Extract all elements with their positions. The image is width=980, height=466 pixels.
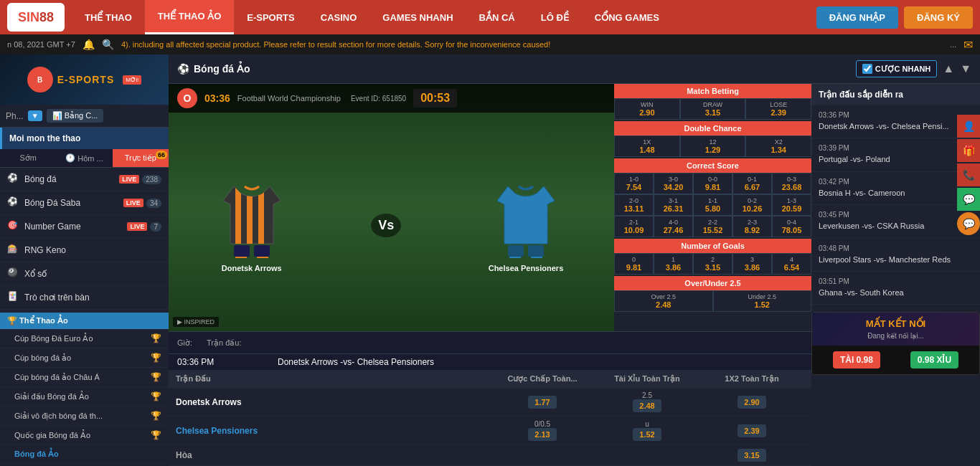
nav-ban-ca[interactable]: BẮN CÁ [466, 0, 528, 34]
cs-3-0[interactable]: 3-034.20 [654, 173, 693, 194]
nav-casino[interactable]: CASINO [308, 0, 370, 34]
svg-rect-9 [509, 257, 521, 258]
cs-1-1[interactable]: 1-15.80 [693, 194, 732, 216]
cs-2-3[interactable]: 2-38.92 [732, 216, 772, 237]
down-arrow-icon[interactable]: ▼ [960, 62, 971, 75]
cs-0-0[interactable]: 0-09.81 [693, 173, 732, 194]
cs-2-2[interactable]: 2-215.52 [693, 216, 732, 237]
upcoming-match-1[interactable]: 03:39 PM Portugal -vs- Poland [811, 138, 980, 171]
sub-cup-ao[interactable]: Cúp bóng đá ảo 🏆 [0, 348, 169, 368]
upcoming-match-4[interactable]: 03:48 PM Liverpool Stars -vs- Manchester… [811, 239, 980, 272]
tai-button[interactable]: TÀI 0.98 [833, 351, 880, 368]
sub-bong-da-ao[interactable]: Bóng đá Ảo [0, 445, 169, 464]
support-icon: 💬 [963, 218, 975, 229]
sport-item-rng-keno[interactable]: 🎰 RNG Keno [0, 239, 169, 262]
upcoming-match-0[interactable]: 03:36 PM Donetsk Arrows -vs- Chelsea Pen… [811, 105, 980, 138]
support-icon-btn[interactable]: 💬 [957, 212, 980, 235]
away-handicap-btn[interactable]: 2.13 [528, 428, 557, 441]
envelope-icon[interactable]: ✉ [963, 38, 973, 52]
sport-item-saba[interactable]: ⚽ Bóng Đá Saba LIVE 34 [0, 191, 169, 215]
sport-item-tro-choi[interactable]: 🃏 Trò chơi trên bàn [0, 286, 169, 310]
cs-0-2[interactable]: 0-210.26 [732, 194, 772, 216]
xiu-button[interactable]: 0.98 XỈU [910, 351, 958, 368]
right-icon-bar: 👤 🎁 📞 💬 💬 [957, 115, 980, 237]
sport-item-bong-da[interactable]: ⚽ Bóng đá LIVE 238 [0, 168, 169, 191]
correct-score-title: Correct Score [614, 158, 811, 173]
clock-icon: 🕐 [65, 153, 75, 163]
table-game-icon: 🃏 [7, 291, 20, 304]
gift-icon-btn[interactable]: 🎁 [957, 139, 980, 162]
nav-esports[interactable]: E-SPORTS [234, 0, 307, 34]
sport-item-xo-so[interactable]: 🎱 Xổ số [0, 262, 169, 286]
sub-giai-vo-dich[interactable]: Giải vô địch bóng đá th... 🏆 [0, 406, 169, 426]
goal-1[interactable]: 13.86 [654, 253, 693, 275]
sub-cup-chau-a[interactable]: Cúp bóng đá ảo Châu Á 🏆 [0, 368, 169, 387]
cs-2-0[interactable]: 2-013.11 [614, 194, 654, 216]
home-handicap-btn[interactable]: 1.77 [528, 396, 557, 409]
upcoming-match-5[interactable]: 03:51 PM Ghana -vs- South Korea [811, 272, 980, 305]
tab-truc-tiep[interactable]: Trực tiếp 66 [113, 149, 169, 167]
register-button[interactable]: ĐĂNG KÝ [904, 6, 973, 29]
ticker-text: 4). including all affected special produ… [121, 40, 943, 49]
cs-3-1[interactable]: 3-126.31 [654, 194, 693, 216]
filter-row: Ph... ▼ 📊 Bảng C... [0, 105, 169, 128]
cs-0-3[interactable]: 0-323.68 [772, 173, 811, 194]
search-icon[interactable]: 🔍 [102, 39, 114, 50]
upcoming-match-3[interactable]: 03:45 PM Leverkusen -vs- CSKA Russia [811, 205, 980, 238]
away-1x2-btn[interactable]: 2.39 [738, 424, 766, 437]
nav-cong-games[interactable]: CỔNG GAMES [582, 0, 672, 34]
over-cell[interactable]: Over 2.5 2.48 [614, 290, 713, 312]
ticker-bar: n 08, 2021 GMT +7 🔔 🔍 4). including all … [0, 34, 980, 54]
goal-0[interactable]: 09.81 [614, 253, 654, 275]
tab-som[interactable]: Sớm [0, 149, 56, 167]
cs-4-0[interactable]: 4-027.46 [654, 216, 693, 237]
svg-rect-8 [528, 245, 544, 257]
nav-the-thao-ao[interactable]: THỂ THAO ẢO [145, 0, 235, 34]
win-cell[interactable]: WIN 2.90 [614, 98, 680, 120]
goal-3[interactable]: 33.86 [732, 253, 772, 275]
cs-0-4[interactable]: 0-478.05 [772, 216, 811, 237]
lose-cell[interactable]: LOSE 2.39 [745, 98, 811, 120]
up-arrow-icon[interactable]: ▲ [943, 62, 954, 75]
draw-cell[interactable]: DRAW 3.15 [680, 98, 746, 120]
sub-giai-dau[interactable]: Giải đấu Bóng đá Ảo 🏆 [0, 387, 169, 406]
double-chance-row: 1X 1.48 12 1.29 X2 1.34 [614, 135, 811, 157]
phone-icon-btn[interactable]: 📞 [957, 163, 980, 186]
quick-bet-checkbox[interactable] [862, 64, 872, 74]
cs-2-1[interactable]: 2-110.09 [614, 216, 654, 237]
dc-12-cell[interactable]: 12 1.29 [680, 135, 746, 157]
filter-expand-button[interactable]: ▼ [28, 110, 42, 121]
count-saba: 34 [146, 199, 161, 208]
nav-lo-de[interactable]: LÔ ĐỀ [528, 0, 582, 34]
dc-x2-cell[interactable]: X2 1.34 [745, 135, 811, 157]
sub-quoc-gia[interactable]: Quốc gia Bóng đá Ảo 🏆 [0, 426, 169, 445]
match-logo: O [177, 88, 197, 108]
chat-icon-btn[interactable]: 💬 [957, 188, 980, 211]
upcoming-match-2[interactable]: 03:42 PM Bosnia H -vs- Cameroon [811, 172, 980, 205]
bang-c-button[interactable]: 📊 Bảng C... [47, 109, 104, 123]
home-tai-btn[interactable]: 2.48 [633, 399, 661, 412]
sport-item-number-game[interactable]: 🎯 Number Game LIVE 7 [0, 215, 169, 239]
tab-hom-nay[interactable]: 🕐 Hôm ... [56, 149, 112, 167]
cs-1-0[interactable]: 1-07.54 [614, 173, 654, 194]
match-tournament: Football World Championship [237, 94, 341, 103]
login-button[interactable]: ĐĂNG NHẬP [816, 6, 898, 29]
goal-4[interactable]: 46.54 [772, 253, 811, 275]
nav-games-nhanh[interactable]: GAMES NHANH [369, 0, 466, 34]
home-1x2-btn[interactable]: 2.90 [738, 396, 766, 409]
tran-dau-value: Donetsk Arrows -vs- Chelsea Pensioners [278, 357, 434, 367]
draw-1x2-btn[interactable]: 3.15 [738, 449, 766, 462]
goal-2[interactable]: 23.15 [693, 253, 732, 275]
esports-banner[interactable]: B E-SPORTS MỚI! [0, 54, 169, 105]
dc-1x-cell[interactable]: 1X 1.48 [614, 135, 680, 157]
away-xiu-btn[interactable]: 1.52 [633, 428, 661, 441]
under-cell[interactable]: Under 2.5 1.52 [713, 290, 812, 312]
cs-0-1[interactable]: 0-16.67 [732, 173, 772, 194]
tai-xiu-buttons: TÀI 0.98 0.98 XỈU [812, 346, 979, 374]
nav-the-thao[interactable]: THỂ THAO [72, 0, 145, 34]
sub-cup-euro[interactable]: Cúp Bóng Đá Euro Ảo 🏆 [0, 329, 169, 348]
live-count-badge: 66 [156, 151, 167, 159]
lose-value: 2.39 [748, 108, 809, 117]
cs-1-3[interactable]: 1-320.59 [772, 194, 811, 216]
user-icon-btn[interactable]: 👤 [957, 115, 980, 138]
